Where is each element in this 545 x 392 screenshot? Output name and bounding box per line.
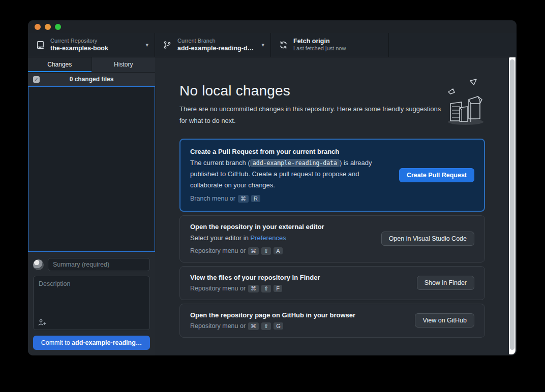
preferences-link[interactable]: Preferences [251,234,286,242]
external-editor-panel: Open the repository in your external edi… [179,215,485,263]
current-branch-value: add-example-reading-d… [177,45,254,52]
page-subtitle: There are no uncommitted changes in this… [179,104,444,127]
cmd-key: ⌘ [248,322,259,330]
fetch-origin-button[interactable]: Fetch origin Last fetched just now [271,33,389,57]
zoom-window-button[interactable] [55,24,61,30]
chevron-down-icon: ▾ [141,42,148,48]
tab-changes[interactable]: Changes [28,57,92,72]
view-on-github-button[interactable]: View on GitHub [415,313,474,328]
tab-history[interactable]: History [92,57,156,72]
changes-list[interactable] [28,86,155,252]
paper-stack-illustration [442,79,487,126]
cmd-key: ⌘ [248,247,259,255]
show-in-finder-panel: View the files of your repository in Fin… [179,266,485,300]
r-key: R [251,195,260,202]
pr-shortcut: Branch menu or ⌘ R [190,195,390,203]
editor-shortcut: Repository menu or ⌘ ⇧ A [190,247,372,255]
create-pull-request-button[interactable]: Create Pull Request [399,168,474,182]
toolbar-spacer [389,33,517,57]
current-repository-dropdown[interactable]: Current Repository the-examples-book ▾ [28,33,155,57]
sync-icon [279,41,288,49]
finder-shortcut: Repository menu or ⌘ ⇧ F [190,285,408,292]
editor-shortcut-label: Repository menu or [190,247,246,254]
shift-key: ⇧ [261,322,271,330]
github-desktop-window: Current Repository the-examples-book ▾ C… [28,20,517,355]
current-repository-value: the-examples-book [50,45,108,52]
changed-files-header: 0 changed files ✓ [28,73,155,86]
page-title: No local changes [179,83,485,99]
finder-title: View the files of your repository in Fin… [190,274,408,281]
show-in-finder-button[interactable]: Show in Finder [417,276,474,290]
titlebar [28,20,517,33]
pr-body-pre: The current branch ( [190,159,250,167]
external-editor-title: Open the repository in your external edi… [190,223,372,231]
add-coauthor-icon[interactable] [38,319,46,326]
a-key: A [274,247,282,254]
editor-body-pre: Select your editor in [190,234,251,242]
pr-shortcut-label: Branch menu or [190,195,235,202]
commit-button[interactable]: Commit to add-example-reading… [33,336,150,350]
g-key: G [274,322,283,330]
cmd-key: ⌘ [248,285,259,292]
current-branch-dropdown[interactable]: Current Branch add-example-reading-d… ▾ [155,33,271,57]
branch-name-code: add-example-reading-data [250,159,340,167]
vertical-scrollbar[interactable] [509,57,516,354]
chevron-down-icon: ▾ [257,42,264,48]
scrollbar-thumb[interactable] [510,59,514,350]
description-input[interactable] [34,276,149,330]
create-pr-panel: Create a Pull Request from your current … [179,139,485,212]
current-repository-label: Current Repository [50,38,108,44]
shift-key: ⇧ [261,247,271,255]
minimize-window-button[interactable] [45,24,51,30]
description-box [33,276,150,330]
toolbar: Current Repository the-examples-book ▾ C… [28,33,517,57]
summary-input[interactable] [48,258,150,271]
current-branch-label: Current Branch [177,38,254,44]
commit-button-branch: add-example-reading… [72,339,142,346]
github-shortcut: Repository menu or ⌘ ⇧ G [190,322,406,330]
finder-shortcut-label: Repository menu or [190,285,246,292]
f-key: F [274,285,282,292]
fetch-origin-label: Fetch origin [293,38,346,45]
sidebar: Changes History 0 changed files ✓ [28,57,155,355]
view-on-github-panel: Open the repository page on GitHub in yo… [179,304,485,338]
changed-files-count: 0 changed files [28,76,155,83]
shift-key: ⇧ [261,285,271,292]
github-shortcut-label: Repository menu or [190,322,246,330]
user-avatar [33,259,44,270]
fetch-origin-status: Last fetched just now [293,45,346,52]
github-title: Open the repository page on GitHub in yo… [190,311,406,319]
cmd-key: ⌘ [238,195,249,203]
repo-icon [36,41,45,49]
open-in-editor-button[interactable]: Open in Visual Studio Code [381,232,474,246]
main-content: No local changes There are no uncommitte… [155,57,517,355]
commit-button-prefix: Commit to [41,339,72,346]
git-branch-icon [163,41,172,49]
sidebar-tabs: Changes History [28,57,155,73]
create-pr-title: Create a Pull Request from your current … [190,148,390,155]
commit-form: Commit to add-example-reading… [28,252,155,355]
close-window-button[interactable] [35,24,41,30]
